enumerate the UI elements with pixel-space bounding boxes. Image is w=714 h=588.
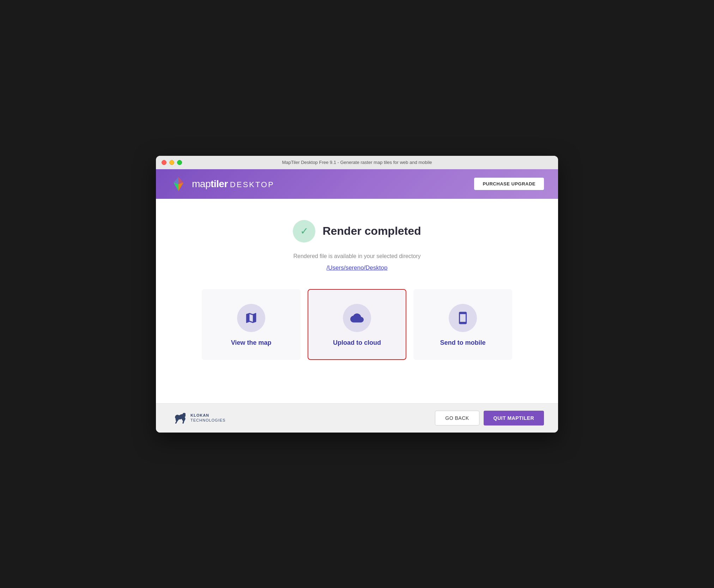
main-content: ✓ Render completed Rendered file is avai…: [156, 199, 558, 403]
klokan-kangaroo-icon: [170, 412, 187, 424]
traffic-lights: [162, 160, 182, 165]
klokan-tech: TECHNOLOGIES: [190, 418, 225, 423]
maximize-button[interactable]: [177, 160, 182, 165]
klokan-name: KLOKAN: [190, 413, 225, 418]
send-mobile-icon-circle: [449, 304, 477, 332]
window-title: MapTiler Desktop Free 9.1 - Generate ras…: [282, 160, 432, 165]
subtitle-text: Rendered file is available in your selec…: [293, 253, 420, 259]
upload-cloud-icon-circle: [343, 304, 371, 332]
maptiler-logo-icon: [170, 176, 187, 192]
check-circle: ✓: [293, 220, 315, 243]
app-window: MapTiler Desktop Free 9.1 - Generate ras…: [156, 156, 558, 433]
minimize-button[interactable]: [169, 160, 174, 165]
close-button[interactable]: [162, 160, 167, 165]
logo-area: maptiler DESKTOP: [170, 176, 274, 192]
footer-buttons: GO BACK QUIT MAPTILER: [435, 411, 544, 425]
view-map-icon-circle: [237, 304, 265, 332]
send-mobile-label: Send to mobile: [440, 339, 485, 347]
app-header: maptiler DESKTOP PURCHASE UPGRADE: [156, 169, 558, 199]
klokan-text: KLOKAN TECHNOLOGIES: [190, 413, 225, 422]
directory-link[interactable]: /Users/sereno/Desktop: [327, 264, 388, 271]
render-title: Render completed: [322, 225, 421, 238]
view-map-card[interactable]: View the map: [202, 289, 301, 360]
upload-cloud-card[interactable]: Upload to cloud: [308, 289, 406, 360]
cloud-icon: [350, 311, 364, 325]
logo-brand: maptiler: [192, 178, 228, 190]
svg-point-1: [183, 413, 186, 415]
app-footer: KLOKAN TECHNOLOGIES GO BACK QUIT MAPTILE…: [156, 403, 558, 433]
logo-text: maptiler DESKTOP: [192, 178, 274, 190]
action-cards: View the map Upload to cloud Send: [202, 289, 512, 360]
klokan-logo: KLOKAN TECHNOLOGIES: [170, 412, 225, 424]
go-back-button[interactable]: GO BACK: [435, 411, 479, 425]
quit-maptiler-button[interactable]: QUIT MAPTILER: [484, 411, 544, 425]
checkmark-icon: ✓: [300, 225, 308, 237]
upload-cloud-label: Upload to cloud: [333, 339, 381, 347]
send-mobile-card[interactable]: Send to mobile: [413, 289, 512, 360]
map-icon: [244, 311, 258, 325]
mobile-icon: [456, 311, 470, 325]
success-section: ✓ Render completed: [293, 220, 421, 243]
purchase-upgrade-button[interactable]: PURCHASE UPGRADE: [474, 178, 544, 190]
title-bar: MapTiler Desktop Free 9.1 - Generate ras…: [156, 156, 558, 169]
logo-product: DESKTOP: [230, 180, 274, 189]
view-map-label: View the map: [231, 339, 272, 347]
